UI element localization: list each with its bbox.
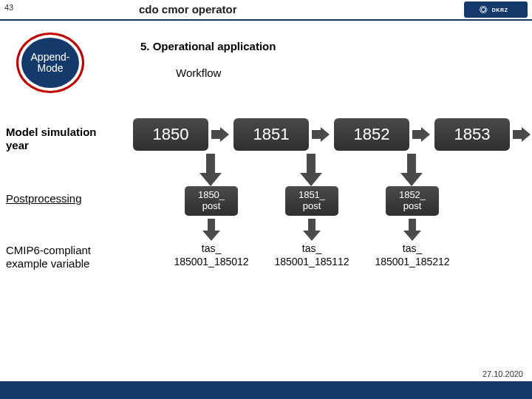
svg-marker-1	[211, 127, 229, 142]
tas-l2: 185001_185112	[274, 256, 349, 267]
tas-l1: tas_	[202, 242, 221, 254]
arrow-down-icon	[202, 219, 220, 241]
append-mode-badge: Append- Mode	[16, 33, 84, 93]
header: 43 cdo cmor operator DKRZ	[0, 0, 532, 21]
row-label-simulation: Model simulation year	[6, 126, 120, 152]
slide: 43 cdo cmor operator DKRZ Append- Mode 5…	[0, 0, 532, 399]
svg-text:DKRZ: DKRZ	[491, 7, 508, 13]
badge-line1: Append-	[31, 51, 70, 63]
arrow-down-icon	[300, 154, 322, 186]
dkrz-logo: DKRZ	[464, 1, 528, 18]
tas-label-1: tas_185001_185112	[260, 242, 364, 268]
svg-marker-7	[400, 154, 423, 186]
row-label-postprocessing: Postprocessing	[6, 192, 120, 205]
year-box-1853: 1853	[434, 118, 510, 151]
arrow-right-icon	[211, 127, 229, 142]
row-label-compliant: CMIP6-compliant example variable	[6, 244, 120, 270]
svg-marker-10	[403, 219, 421, 241]
badge-line2: Mode	[37, 62, 63, 74]
arrow-down-icon	[200, 154, 222, 186]
footer-bar	[0, 381, 532, 399]
post-box-1850: 1850_post	[185, 186, 238, 216]
svg-marker-4	[513, 127, 531, 142]
tas-l1: tas_	[302, 242, 321, 254]
post-bottom: post	[403, 200, 422, 211]
tas-l2: 185001_185212	[375, 256, 449, 267]
svg-marker-3	[412, 127, 430, 142]
footer-date: 27.10.2020	[482, 369, 523, 378]
arrow-right-icon	[412, 127, 430, 142]
section-title: 5. Operational application	[140, 40, 276, 52]
tas-l1: tas_	[403, 242, 422, 254]
svg-marker-5	[200, 154, 222, 186]
year-box-1851: 1851	[233, 118, 309, 151]
arrow-down-icon	[303, 219, 321, 241]
subsection-title: Workflow	[176, 66, 221, 79]
logo-icon: DKRZ	[476, 4, 516, 15]
arrow-right-icon	[312, 127, 330, 142]
post-bottom: post	[202, 200, 221, 211]
slide-title: cdo cmor operator	[139, 3, 237, 16]
slide-number: 43	[4, 3, 13, 12]
svg-marker-2	[312, 127, 330, 142]
svg-marker-6	[300, 154, 322, 186]
badge-inner: Append- Mode	[21, 38, 79, 88]
tas-label-2: tas_185001_185212	[361, 242, 464, 268]
arrow-down-icon	[403, 219, 421, 241]
arrow-right-icon	[513, 127, 531, 142]
year-box-1852: 1852	[334, 118, 409, 151]
svg-marker-9	[303, 219, 321, 241]
post-box-1852: 1852_post	[386, 186, 439, 216]
tas-label-0: tas_185001_185012	[160, 242, 263, 268]
post-top: 1851_	[299, 189, 325, 200]
svg-marker-8	[202, 219, 220, 241]
header-divider	[0, 19, 532, 21]
arrow-down-icon	[400, 154, 423, 186]
post-top: 1852_	[399, 189, 426, 200]
post-top: 1850_	[198, 189, 225, 200]
tas-l2: 185001_185012	[174, 256, 248, 267]
post-bottom: post	[303, 200, 321, 211]
post-box-1851: 1851_post	[285, 186, 338, 216]
year-box-1850: 1850	[133, 118, 208, 151]
